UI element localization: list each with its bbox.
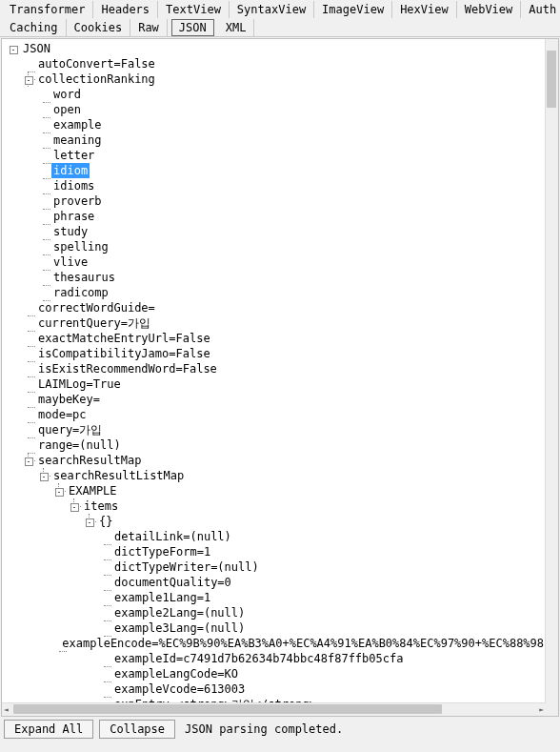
tree-node[interactable]: example3Lang=(null) xyxy=(6,620,546,636)
tree-node-label[interactable]: searchResultListMap xyxy=(51,468,186,483)
vertical-scrollbar[interactable] xyxy=(545,39,558,703)
collapse-icon[interactable]: - xyxy=(70,503,79,512)
tree-node[interactable]: study xyxy=(6,224,546,239)
tree-node[interactable]: meaning xyxy=(6,132,546,148)
collapse-icon[interactable]: - xyxy=(86,518,94,527)
horizontal-scrollbar[interactable]: ◄ ► xyxy=(2,702,546,716)
tab-transformer[interactable]: Transformer xyxy=(2,1,93,18)
tree-node[interactable]: proverb xyxy=(6,193,546,209)
tree-node-label[interactable]: example2Lang=(null) xyxy=(112,605,247,620)
tree-node-label[interactable]: collectionRanking xyxy=(36,71,157,87)
tree-node[interactable]: query=가입 xyxy=(6,422,546,437)
tree-node-label[interactable]: exampleId=c7491d7b62634b74bbc48f87ffb05c… xyxy=(112,651,405,666)
tab-hexview[interactable]: HexView xyxy=(392,1,457,18)
tree-node[interactable]: exampleVcode=613003 xyxy=(6,681,546,697)
tree-node-label[interactable]: JSON xyxy=(21,41,52,56)
tab-json[interactable]: JSON xyxy=(171,19,214,36)
tree-node-label[interactable]: maybeKey= xyxy=(36,392,102,407)
tree-node-label[interactable]: currentQuery=가입 xyxy=(36,315,152,331)
tree-node-label[interactable]: vlive xyxy=(51,254,90,270)
tree-node[interactable]: example1Lang=1 xyxy=(6,590,546,605)
tree-node-label[interactable]: LAIMLog=True xyxy=(36,376,123,392)
tree-node-label[interactable]: example xyxy=(51,117,104,132)
tree-node[interactable]: -collectionRanking xyxy=(6,71,546,87)
tree-node[interactable]: radicomp xyxy=(6,285,546,300)
tree-node[interactable]: example2Lang=(null) xyxy=(6,605,546,620)
tree-node-label[interactable]: dictTypeForm=1 xyxy=(112,544,212,559)
tab-webview[interactable]: WebView xyxy=(457,1,522,18)
tree-node-label[interactable]: {} xyxy=(97,514,114,529)
tree-node[interactable]: vlive xyxy=(6,254,546,270)
tree-node[interactable]: range=(null) xyxy=(6,437,546,453)
tree-node[interactable]: open xyxy=(6,102,546,117)
tree-node[interactable]: -searchResultMap xyxy=(6,453,546,468)
tree-node-label[interactable]: items xyxy=(82,498,120,514)
tree-node-label[interactable]: idioms xyxy=(51,178,96,193)
tree-node[interactable]: exampleEncode=%EC%9B%90%EA%B3%A0+%EC%A4%… xyxy=(6,636,546,651)
tree-node[interactable]: exampleId=c7491d7b62634b74bbc48f87ffb05c… xyxy=(6,651,546,666)
tab-xml[interactable]: XML xyxy=(218,19,255,36)
collapse-button[interactable]: Collapse xyxy=(99,720,175,739)
tree-node[interactable]: -EXAMPLE xyxy=(6,483,546,498)
collapse-icon[interactable]: - xyxy=(25,76,33,85)
tree-node-label[interactable]: exampleVcode=613003 xyxy=(112,681,247,697)
tree-node[interactable]: -{} xyxy=(6,514,546,529)
tree-node[interactable]: detailLink=(null) xyxy=(6,529,546,544)
tab-caching[interactable]: Caching xyxy=(2,19,67,36)
tree-node-label[interactable]: phrase xyxy=(51,209,96,224)
tree-node-label[interactable]: exampleEncode=%EC%9B%90%EA%B3%A0+%EC%A4%… xyxy=(60,636,546,651)
tab-headers[interactable]: Headers xyxy=(93,1,158,18)
tree-node-label[interactable]: EXAMPLE xyxy=(67,483,119,498)
tree-node-label[interactable]: idiom xyxy=(51,163,90,178)
tree-node-label[interactable]: dictTypeWriter=(null) xyxy=(112,559,261,575)
tree-node[interactable]: spelling xyxy=(6,239,546,254)
tree-node-label[interactable]: isCompatibilityJamo=False xyxy=(36,346,212,361)
tree-node[interactable]: currentQuery=가입 xyxy=(6,315,546,331)
tree-node[interactable]: correctWordGuide= xyxy=(6,300,546,315)
tree-node[interactable]: -searchResultListMap xyxy=(6,468,546,483)
tree-node[interactable]: mode=pc xyxy=(6,407,546,422)
tree-root[interactable]: -JSON xyxy=(6,41,546,56)
tree-node-label[interactable]: documentQuality=0 xyxy=(112,575,233,590)
tree-node-label[interactable]: mode=pc xyxy=(36,407,89,422)
tree-node-label[interactable]: detailLink=(null) xyxy=(112,529,233,544)
tree-node-label[interactable]: example1Lang=1 xyxy=(112,590,212,605)
tree-node[interactable]: word xyxy=(6,87,546,102)
tree-node[interactable]: -items xyxy=(6,498,546,514)
tab-auth[interactable]: Auth xyxy=(521,1,560,18)
tab-raw[interactable]: Raw xyxy=(130,19,168,36)
tree-node-label[interactable]: proverb xyxy=(51,193,104,209)
tree-node-label[interactable]: letter xyxy=(51,148,96,163)
tree-node-label[interactable]: open xyxy=(51,102,83,117)
tree-node[interactable]: phrase xyxy=(6,209,546,224)
tree-node[interactable]: thesaurus xyxy=(6,270,546,285)
tree-node-label[interactable]: query=가입 xyxy=(36,422,104,437)
tree-node-label[interactable]: radicomp xyxy=(51,285,110,300)
tree-node[interactable]: dictTypeForm=1 xyxy=(6,544,546,559)
tree-node-label[interactable]: exactMatcheEntryUrl=False xyxy=(36,331,212,346)
tree-node-label[interactable]: spelling xyxy=(51,239,110,254)
tab-textview[interactable]: TextView xyxy=(158,1,230,18)
expand-all-button[interactable]: Expand All xyxy=(4,720,93,739)
tree-node-label[interactable]: meaning xyxy=(51,132,104,148)
tree-node-label[interactable]: range=(null) xyxy=(36,437,123,453)
tree-node[interactable]: isExistRecommendWord=False xyxy=(6,361,546,376)
tree-node[interactable]: exampleLangCode=KO xyxy=(6,666,546,681)
collapse-icon[interactable]: - xyxy=(40,473,49,481)
tree-node[interactable]: autoConvert=False xyxy=(6,56,546,71)
tree-node-label[interactable]: word xyxy=(51,87,83,102)
tree-node-label[interactable]: searchResultMap xyxy=(36,453,143,468)
tree-node[interactable]: example xyxy=(6,117,546,132)
tree-node-label[interactable]: thesaurus xyxy=(51,270,117,285)
collapse-icon[interactable]: - xyxy=(10,46,18,54)
tree-node[interactable]: LAIMLog=True xyxy=(6,376,546,392)
tree-node-label[interactable]: correctWordGuide= xyxy=(36,300,157,315)
tree-node[interactable]: idiom xyxy=(6,163,546,178)
tree-node-label[interactable]: exampleLangCode=KO xyxy=(112,666,240,681)
tree-node[interactable]: exactMatcheEntryUrl=False xyxy=(6,331,546,346)
tree-node-label[interactable]: study xyxy=(51,224,90,239)
collapse-icon[interactable]: - xyxy=(55,488,64,497)
tab-cookies[interactable]: Cookies xyxy=(67,19,131,36)
tree-node[interactable]: dictTypeWriter=(null) xyxy=(6,559,546,575)
tree-node[interactable]: letter xyxy=(6,148,546,163)
